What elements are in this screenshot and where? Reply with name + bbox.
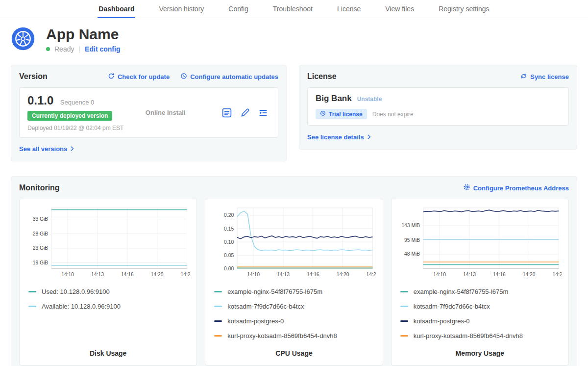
current-version-panel: 0.1.0 Sequence 0 Currently deployed vers…: [19, 87, 278, 138]
legend-label: kotsadm-7f9dc7d66c-b4tcx: [227, 303, 304, 310]
edit-config-link[interactable]: Edit config: [85, 45, 120, 53]
legend-swatch: [400, 335, 408, 337]
legend-item: Available: 10.128.0.96:9100: [28, 303, 190, 310]
expiry-label: Does not expire: [372, 111, 414, 118]
monitoring-title: Monitoring: [19, 183, 60, 192]
svg-text:14:13: 14:13: [91, 272, 104, 277]
svg-text:14:13: 14:13: [463, 272, 476, 277]
clock-icon: [180, 73, 187, 81]
configure-prometheus-label: Configure Prometheus Address: [473, 184, 569, 192]
svg-text:14:23: 14:23: [552, 272, 562, 277]
tab-config[interactable]: Config: [227, 0, 249, 18]
kubernetes-logo: [11, 26, 35, 53]
chart-card-disk-usage: 19 GiB23 GiB28 GiB33 GiB14:1014:1314:161…: [19, 199, 197, 366]
license-card: License Sync license Big Bank Unstable T…: [299, 65, 577, 150]
legend-swatch: [214, 320, 222, 322]
tab-view-files[interactable]: View files: [384, 0, 415, 18]
legend-label: example-nginx-54f8f76755-l675m: [227, 288, 322, 295]
check-for-update-link[interactable]: Check for update: [108, 73, 170, 81]
see-license-details-link[interactable]: See license details: [307, 133, 371, 141]
svg-text:14:20: 14:20: [522, 272, 535, 277]
chart-title: CPU Usage: [212, 340, 375, 357]
refresh-icon: [108, 73, 115, 81]
chart-plot-cpu-usage: 0.000.050.100.150.2014:1014:1314:1614:20…: [212, 204, 375, 280]
tab-license[interactable]: License: [336, 0, 362, 18]
edit-config-icon[interactable]: [240, 108, 250, 118]
version-number: 0.1.0: [27, 94, 53, 107]
svg-text:33 GiB: 33 GiB: [33, 216, 49, 222]
chart-legend: example-nginx-54f8f76755-l675mkotsadm-7f…: [212, 288, 375, 340]
gear-icon: [463, 183, 470, 192]
divider: |: [78, 45, 80, 53]
legend-label: kotsadm-postgres-0: [414, 317, 470, 325]
monitoring-card: Monitoring Configure Prometheus Address …: [11, 176, 577, 366]
legend-item: example-nginx-54f8f76755-l675m: [400, 288, 562, 295]
legend-swatch: [400, 306, 408, 307]
legend-swatch: [400, 320, 408, 322]
legend-item: kotsadm-7f9dc7d66c-b4tcx: [400, 303, 562, 310]
legend-item: Used: 10.128.0.96:9100: [28, 288, 190, 295]
svg-text:14:20: 14:20: [337, 272, 349, 277]
svg-text:95 MiB: 95 MiB: [404, 237, 420, 243]
legend-item: kotsadm-postgres-0: [400, 317, 562, 325]
svg-text:14:20: 14:20: [151, 272, 164, 277]
svg-text:19 GiB: 19 GiB: [33, 260, 49, 265]
channel-label: Unstable: [357, 96, 382, 103]
tab-registry-settings[interactable]: Registry settings: [438, 0, 490, 18]
check-for-update-label: Check for update: [118, 73, 170, 80]
sync-icon: [520, 73, 527, 81]
svg-text:14:10: 14:10: [433, 272, 446, 277]
app-header: App Name Ready | Edit config: [0, 18, 588, 65]
version-card: Version Check for update Configure autom…: [11, 65, 287, 161]
chart-legend: example-nginx-54f8f76755-l675mkotsadm-7f…: [398, 288, 562, 340]
see-all-versions-label: See all versions: [19, 145, 67, 153]
legend-item: example-nginx-54f8f76755-l675m: [214, 288, 375, 295]
chevron-right-icon: [70, 145, 74, 153]
status-dot: [46, 47, 50, 51]
svg-text:14:13: 14:13: [277, 272, 290, 277]
see-license-details-label: See license details: [307, 133, 364, 141]
legend-label: Available: 10.128.0.96:9100: [42, 303, 121, 310]
configure-automatic-updates-label: Configure automatic updates: [190, 73, 278, 80]
sequence-label: Sequence 0: [60, 99, 94, 106]
svg-text:143 MiB: 143 MiB: [401, 223, 420, 228]
chart-card-cpu-usage: 0.000.050.100.150.2014:1014:1314:1614:20…: [205, 199, 383, 366]
svg-text:14:23: 14:23: [181, 272, 190, 277]
svg-text:0.00: 0.00: [224, 266, 234, 271]
top-nav: DashboardVersion historyConfigTroublesho…: [0, 0, 588, 18]
svg-text:14:16: 14:16: [307, 272, 319, 277]
legend-swatch: [214, 291, 222, 292]
svg-text:14:10: 14:10: [61, 272, 74, 277]
chart-legend: Used: 10.128.0.96:9100Available: 10.128.…: [26, 288, 190, 310]
svg-text:28 GiB: 28 GiB: [33, 231, 49, 236]
legend-label: example-nginx-54f8f76755-l675m: [414, 288, 509, 295]
svg-text:14:10: 14:10: [247, 272, 260, 277]
see-all-versions-link[interactable]: See all versions: [19, 145, 74, 153]
chart-plot-disk-usage: 19 GiB23 GiB28 GiB33 GiB14:1014:1314:161…: [26, 204, 190, 280]
deploy-logs-icon[interactable]: [258, 108, 268, 118]
trial-license-badge: Trial license: [316, 109, 367, 119]
clock-icon: [320, 110, 326, 118]
legend-swatch: [214, 306, 222, 307]
sync-license-link[interactable]: Sync license: [520, 73, 569, 81]
configure-automatic-updates-link[interactable]: Configure automatic updates: [180, 73, 278, 81]
svg-text:14:16: 14:16: [121, 272, 134, 277]
legend-item: kurl-proxy-kotsadm-8569fb6454-dnvh8: [214, 332, 375, 340]
release-notes-icon[interactable]: [222, 108, 232, 118]
customer-name: Big Bank: [316, 94, 352, 104]
tab-troubleshoot[interactable]: Troubleshoot: [272, 0, 314, 18]
legend-item: kotsadm-postgres-0: [214, 317, 375, 325]
legend-label: kotsadm-7f9dc7d66c-b4tcx: [414, 303, 490, 310]
sync-license-label: Sync license: [530, 73, 569, 80]
chart-title: Disk Usage: [26, 340, 190, 357]
legend-label: kurl-proxy-kotsadm-8569fb6454-dnvh8: [227, 332, 337, 340]
svg-text:0.20: 0.20: [224, 212, 234, 218]
legend-item: kurl-proxy-kotsadm-8569fb6454-dnvh8: [400, 332, 562, 340]
tab-version-history[interactable]: Version history: [158, 0, 205, 18]
legend-swatch: [400, 291, 408, 292]
tab-dashboard[interactable]: Dashboard: [98, 0, 135, 18]
configure-prometheus-link[interactable]: Configure Prometheus Address: [463, 183, 569, 192]
chart-plot-memory-usage: 48 MiB95 MiB143 MiB14:1014:1314:1614:201…: [398, 204, 562, 280]
svg-text:0.05: 0.05: [224, 253, 234, 258]
legend-label: kurl-proxy-kotsadm-8569fb6454-dnvh8: [414, 332, 523, 340]
